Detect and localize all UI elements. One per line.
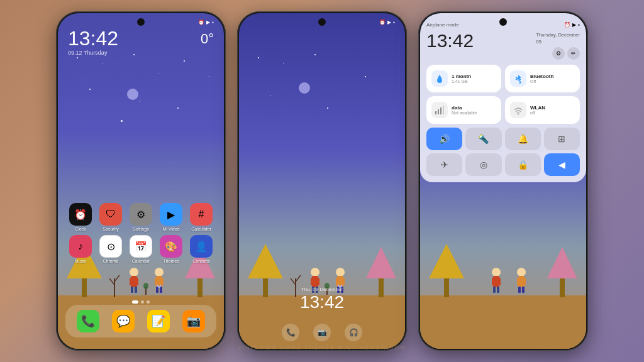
toggle-autorotate[interactable]: ◎ xyxy=(465,153,501,176)
app-themes[interactable]: 🎨 Themes xyxy=(157,235,185,263)
star xyxy=(121,120,123,122)
phone-2: ⏰ ▶ ▪ xyxy=(237,11,407,351)
toggle-row-1: 🔊 🔦 🔔 ⊞ xyxy=(426,128,580,150)
ground xyxy=(420,295,586,349)
phone1-screen: ⏰ ▶ ▪ 13:42 09.12 Thursday 0° xyxy=(58,13,224,349)
svg-point-45 xyxy=(517,268,526,277)
svg-point-26 xyxy=(336,268,345,277)
data-tile-sub: 1.41 GB xyxy=(452,79,496,84)
wlan-tile-sub: off xyxy=(530,111,575,115)
app-contacts[interactable]: 👤 Contacts xyxy=(187,235,215,263)
dock-camera[interactable]: 📷 xyxy=(182,310,205,332)
svg-rect-4 xyxy=(131,276,137,287)
star xyxy=(158,73,159,74)
alarm-icon: ⏰ xyxy=(198,19,204,25)
svg-rect-37 xyxy=(443,106,444,114)
pink-tree xyxy=(366,247,396,297)
svg-rect-21 xyxy=(312,276,318,287)
bare-tree xyxy=(108,272,121,297)
dock-messages[interactable]: 💬 xyxy=(112,310,135,332)
toggle-airplane[interactable]: ✈ xyxy=(426,153,462,176)
toggle-lock[interactable]: 🔒 xyxy=(505,153,541,176)
control-center-clock: 13:42 xyxy=(426,31,474,50)
control-center: Airplane mode ⏰ ▶ ▪ 13:42 Thursday, Dece… xyxy=(420,13,586,182)
bluetooth-tile[interactable]: Bluetooth Off xyxy=(505,65,580,92)
signal-tile-sub: Not available xyxy=(452,111,496,115)
star xyxy=(102,63,103,64)
wlan-tile[interactable]: WLAN off xyxy=(505,96,580,124)
svg-point-16 xyxy=(143,283,148,289)
svg-rect-48 xyxy=(524,278,526,285)
svg-rect-47 xyxy=(517,278,519,285)
toggle-sound[interactable]: 🔊 xyxy=(426,128,462,150)
toggle-screencast[interactable]: ⊞ xyxy=(544,128,580,150)
toggle-notification[interactable]: 🔔 xyxy=(505,128,541,150)
svg-rect-36 xyxy=(440,107,441,114)
star xyxy=(365,76,366,77)
svg-rect-34 xyxy=(435,111,436,114)
signal-tile-title: data xyxy=(452,105,496,111)
play-icon: ▶ xyxy=(206,19,210,25)
star xyxy=(89,89,91,90)
app-label: Mi Video xyxy=(162,227,179,231)
page-dot xyxy=(141,300,144,304)
signal-icon xyxy=(435,105,445,115)
app-label: Calculator xyxy=(191,227,211,231)
battery-icon: ▪ xyxy=(393,19,395,25)
app-label: Settings xyxy=(133,227,148,231)
app-label: Calendar xyxy=(132,259,150,263)
svg-rect-23 xyxy=(318,278,319,285)
app-row-2: ♪ Music ⊙ Chrome 📅 Calendar 🎨 Themes xyxy=(65,235,216,263)
phone-btn[interactable]: 📞 xyxy=(282,324,299,341)
camera-btn[interactable]: 📷 xyxy=(313,324,331,341)
clock-display: 13:42 xyxy=(68,28,214,48)
svg-point-20 xyxy=(311,268,319,277)
edit-icon[interactable]: ✏ xyxy=(567,47,580,60)
toggle-flashlight[interactable]: 🔦 xyxy=(465,128,501,150)
airplane-mode-label: Airplane mode xyxy=(426,22,459,28)
control-center-date1: Thursday, December xyxy=(536,31,580,38)
app-mivideo[interactable]: ▶ Mi Video xyxy=(157,203,185,231)
bluetooth-tile-sub: Off xyxy=(530,79,575,84)
status-bar: ⏰ ▶ ▪ xyxy=(198,19,214,25)
dock: 📞 💬 📝 📷 xyxy=(65,305,216,337)
app-security[interactable]: 🛡 Security xyxy=(97,203,125,231)
signal-tile[interactable]: data Not available xyxy=(426,96,501,124)
dock-phone[interactable]: 📞 xyxy=(77,310,99,332)
app-music[interactable]: ♪ Music xyxy=(67,235,94,263)
data-tile[interactable]: 1 month 1.41 GB xyxy=(426,65,501,92)
lock-clock: 13:42 xyxy=(300,292,344,312)
svg-rect-6 xyxy=(136,278,138,285)
control-center-date2: 09 xyxy=(536,38,580,45)
svg-rect-8 xyxy=(135,287,137,293)
star xyxy=(140,101,140,102)
app-chrome[interactable]: ⊙ Chrome xyxy=(97,235,125,263)
app-settings[interactable]: ⚙ Settings xyxy=(127,203,155,231)
svg-rect-40 xyxy=(493,276,499,287)
watermark: VISIT FOR MORE THEMES MIUITHEMER.COM xyxy=(238,344,406,351)
star-field xyxy=(58,51,224,177)
phone3-screen: Airplane mode ⏰ ▶ ▪ 13:42 Thursday, Dece… xyxy=(420,13,586,349)
charlie-brown xyxy=(127,267,141,297)
page-dot-active xyxy=(132,300,138,304)
star xyxy=(327,107,328,109)
bluetooth-tile-title: Bluetooth xyxy=(530,74,575,79)
svg-point-38 xyxy=(518,114,519,115)
data-tile-title: 1 month xyxy=(452,74,496,79)
svg-rect-35 xyxy=(438,109,439,114)
app-clock[interactable]: ⏰ Clock xyxy=(67,203,94,231)
star xyxy=(177,107,179,109)
linus xyxy=(152,267,166,297)
headphone-btn[interactable]: 🎧 xyxy=(345,324,362,341)
moon xyxy=(127,89,138,100)
app-calculator[interactable]: # Calculator xyxy=(187,203,215,231)
settings-icon[interactable]: ⚙ xyxy=(552,47,565,60)
sapling xyxy=(143,282,149,297)
app-calendar[interactable]: 📅 Calendar xyxy=(127,235,155,263)
alarm-icon: ⏰ xyxy=(379,19,386,25)
dock-notes[interactable]: 📝 xyxy=(147,310,170,332)
moon xyxy=(299,82,310,94)
status-bar: ⏰ ▶ ▪ xyxy=(379,19,395,25)
toggle-back[interactable]: ◀ xyxy=(544,153,580,176)
svg-rect-46 xyxy=(518,276,525,287)
